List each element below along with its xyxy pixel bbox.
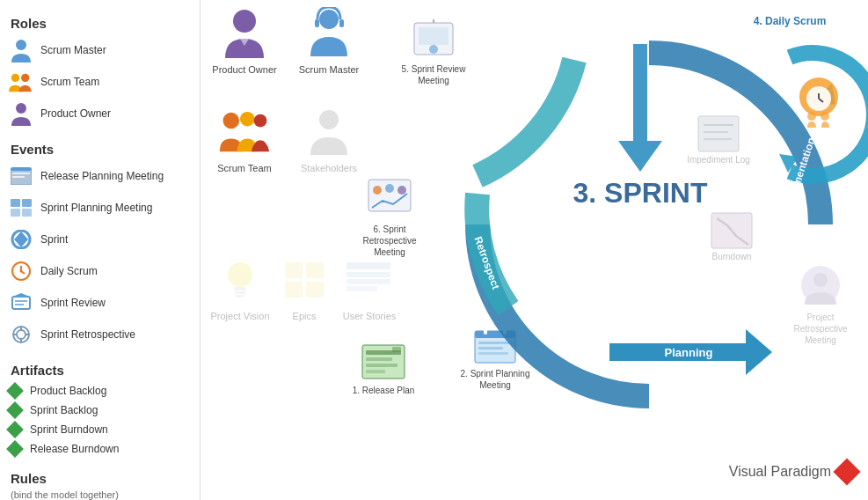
svg-rect-11 xyxy=(22,209,32,217)
roles-title: Roles xyxy=(0,9,200,34)
stakeholders-icon-item: Stakeholders xyxy=(294,106,364,174)
scrum-team-label: Scrum Team xyxy=(40,76,99,88)
vp-logo: Visual Paradigm xyxy=(729,460,859,484)
svg-marker-13 xyxy=(14,232,28,247)
sprint-diagram: 3. SPRINT Planning Review Retrospect Imp… xyxy=(420,0,868,423)
sidebar-item-scrum-team[interactable]: Scrum Team xyxy=(0,66,200,98)
retro-meeting-figure xyxy=(365,176,414,222)
svg-point-96 xyxy=(821,112,829,121)
epics-figure xyxy=(278,254,331,306)
svg-point-95 xyxy=(807,112,816,121)
svg-point-36 xyxy=(319,110,339,129)
svg-rect-63 xyxy=(392,347,401,352)
sidebar-item-sprint-backlog[interactable]: Sprint Backlog xyxy=(0,401,200,420)
svg-rect-62 xyxy=(366,370,385,373)
sprint-retro-label: Sprint Retrospective xyxy=(40,328,135,341)
user-stories-item: User Stories xyxy=(338,254,401,322)
person2-icon xyxy=(9,101,33,126)
svg-rect-42 xyxy=(306,262,324,278)
sidebar-item-daily-scrum[interactable]: Daily Scrum xyxy=(0,255,200,287)
artifact-icons-row: Project Vision Epics xyxy=(209,254,401,322)
svg-point-56 xyxy=(385,184,394,193)
sidebar-item-sprint-planning[interactable]: Sprint Planning Meeting xyxy=(0,192,200,224)
vp-logo-text: Visual Paradigm xyxy=(729,464,831,480)
product-owner-label: Product Owner xyxy=(40,107,111,120)
mid-roles-row: Scrum Team Stakeholders xyxy=(209,106,364,174)
scrum-master-figure xyxy=(303,7,355,60)
svg-point-34 xyxy=(240,112,255,127)
sprint-icon xyxy=(9,227,33,252)
svg-point-3 xyxy=(16,103,26,114)
sidebar-item-release-planning[interactable]: Release Planning Meeting xyxy=(0,160,200,192)
user-stories-label: User Stories xyxy=(343,310,397,322)
daily-scrum-label: Daily Scrum xyxy=(40,265,98,277)
svg-rect-44 xyxy=(306,282,324,298)
project-vision-label: Project Vision xyxy=(210,310,269,322)
svg-point-30 xyxy=(319,10,339,29)
svg-point-55 xyxy=(373,186,382,195)
retro-meeting-label: 6. Sprint Retrospective Meeting xyxy=(350,224,429,258)
svg-point-57 xyxy=(398,186,406,195)
diamond-icon xyxy=(6,382,24,400)
svg-rect-48 xyxy=(346,286,377,291)
epics-item: Epics xyxy=(278,254,331,322)
sidebar-item-sprint[interactable]: Sprint xyxy=(0,224,200,255)
svg-rect-41 xyxy=(285,262,303,278)
product-owner-figure xyxy=(218,7,271,60)
svg-rect-39 xyxy=(235,291,245,294)
svg-rect-9 xyxy=(22,199,32,207)
diamond2-icon xyxy=(6,401,24,419)
sidebar-item-sprint-burndown[interactable]: Sprint Burndown xyxy=(0,420,200,439)
product-owner-main-label: Product Owner xyxy=(212,63,276,76)
group-icon xyxy=(9,70,33,94)
product-backlog-label: Product Backlog xyxy=(30,385,106,397)
svg-rect-45 xyxy=(346,262,390,269)
scrum-master-label: Scrum Master xyxy=(40,44,106,56)
svg-rect-18 xyxy=(12,297,30,309)
release-planning-icon xyxy=(9,164,33,188)
epics-label: Epics xyxy=(293,310,317,322)
svg-rect-8 xyxy=(11,199,20,207)
sprint-review-label: Sprint Review xyxy=(40,297,106,309)
diamond4-icon xyxy=(6,440,24,458)
sidebar-item-sprint-retro[interactable]: Sprint Retrospective xyxy=(0,319,200,350)
svg-point-0 xyxy=(16,40,26,50)
sidebar-item-product-backlog[interactable]: Product Backlog xyxy=(0,381,200,401)
sprint-backlog-label: Sprint Backlog xyxy=(30,404,98,416)
vp-logo-diamond-container xyxy=(835,460,859,484)
vp-diamond-icon xyxy=(833,458,860,485)
svg-text:Planning: Planning xyxy=(665,346,713,359)
svg-point-17 xyxy=(20,270,23,273)
sprint-planning-icon xyxy=(9,195,33,220)
svg-point-23 xyxy=(17,330,26,339)
project-vision-figure xyxy=(214,254,266,306)
svg-text:4. Daily Scrum: 4. Daily Scrum xyxy=(754,15,827,27)
sidebar-item-sprint-review[interactable]: Sprint Review xyxy=(0,287,200,319)
rules-title: Rules xyxy=(0,464,200,489)
retro-meeting-item: 6. Sprint Retrospective Meeting xyxy=(350,176,429,258)
svg-marker-21 xyxy=(12,293,30,297)
user-stories-figure xyxy=(343,254,396,306)
scrum-team-figure xyxy=(218,106,271,158)
stakeholders-label: Stakeholders xyxy=(301,162,357,174)
sidebar-item-scrum-master[interactable]: Scrum Master xyxy=(0,34,200,66)
release-burndown-label: Release Burndown xyxy=(30,443,119,455)
diamond3-icon xyxy=(6,421,24,438)
sprint-retro-icon xyxy=(9,322,33,347)
project-vision-item: Project Vision xyxy=(209,254,271,322)
sprint-review-icon xyxy=(9,290,33,315)
svg-rect-43 xyxy=(285,282,303,298)
product-owner-icon-item: Product Owner xyxy=(209,7,280,76)
release-plan-item: 1. Release Plan xyxy=(350,343,417,395)
svg-point-28 xyxy=(233,10,256,33)
events-title: Events xyxy=(0,135,200,160)
svg-rect-32 xyxy=(339,19,344,27)
svg-rect-61 xyxy=(366,364,398,367)
sidebar-item-product-owner[interactable]: Product Owner xyxy=(0,98,200,129)
sidebar-item-release-burndown[interactable]: Release Burndown xyxy=(0,439,200,459)
stakeholders-figure xyxy=(303,106,355,158)
svg-text:3. SPRINT: 3. SPRINT xyxy=(573,177,708,209)
svg-rect-60 xyxy=(366,357,392,361)
svg-rect-7 xyxy=(11,167,32,171)
sprint-burndown-label: Sprint Burndown xyxy=(30,423,108,436)
